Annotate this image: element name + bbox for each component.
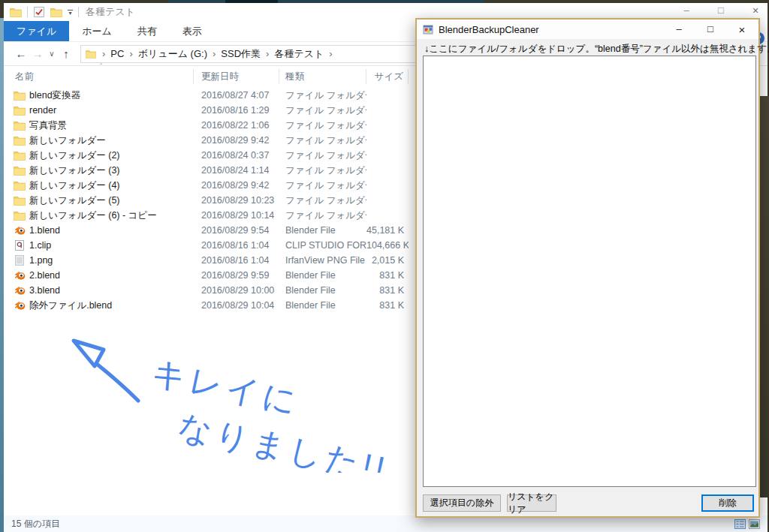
background-dark-window-edge — [760, 96, 769, 497]
file-row[interactable]: 新しいフォルダー (3)2016/08/24 1:14ファイル フォルダー — [4, 163, 414, 178]
exclude-selected-button[interactable]: 選択項目の除外 — [423, 494, 501, 512]
chevron-right-icon[interactable]: › — [327, 48, 334, 59]
file-row[interactable]: blend変換器2016/08/27 4:07ファイル フォルダー — [4, 88, 414, 103]
arrow-head — [74, 341, 104, 366]
file-row[interactable]: render2016/08/16 1:29ファイル フォルダー — [4, 103, 414, 118]
file-date: 2016/08/29 10:04 — [194, 300, 279, 311]
folder-icon — [14, 136, 26, 146]
folder-icon[interactable] — [10, 8, 22, 17]
chevron-right-icon: › — [100, 48, 107, 59]
file-row[interactable]: 1.clip2016/08/16 1:04CLIP STUDIO FOR...1… — [4, 238, 414, 253]
tab-2[interactable]: 共有 — [125, 21, 170, 41]
file-name: 1.png — [29, 255, 53, 266]
folder-icon — [14, 196, 26, 206]
file-type: ファイル フォルダー — [279, 194, 366, 207]
blender-icon — [14, 286, 26, 296]
file-row[interactable]: 新しいフォルダー (5)2016/08/29 10:23ファイル フォルダー — [4, 193, 414, 208]
file-type: ファイル フォルダー — [279, 89, 366, 102]
breadcrumb-item[interactable]: PC — [107, 48, 127, 59]
breadcrumb-item[interactable]: SSD作業 — [218, 47, 264, 61]
blender-icon — [14, 301, 26, 311]
file-size: 45,181 K — [366, 225, 409, 236]
file-row[interactable]: 除外ファイル.blend2016/08/29 10:04Blender File… — [4, 298, 414, 313]
maximize-icon[interactable]: □ — [715, 5, 727, 17]
toolbar-separator — [78, 7, 79, 17]
breadcrumb: PC›ボリューム (G:)›SSD作業›各種テスト› — [107, 47, 334, 61]
file-type: Blender File — [279, 225, 366, 236]
new-folder-icon[interactable] — [50, 8, 62, 17]
toolbar-separator — [27, 7, 28, 17]
properties-check-icon[interactable] — [33, 7, 45, 17]
maximize-icon[interactable]: □ — [704, 23, 716, 36]
tab-3[interactable]: 表示 — [170, 21, 215, 41]
thumbnail-view-icon[interactable] — [749, 519, 760, 529]
column-header-size[interactable]: サイズ — [366, 69, 409, 84]
folder-icon — [85, 50, 97, 59]
tab-0[interactable]: ファイル — [4, 21, 69, 41]
chevron-right-icon[interactable]: › — [210, 48, 218, 59]
column-header-type[interactable]: 種類 — [279, 69, 366, 84]
column-header-name[interactable]: 名前 — [14, 69, 194, 84]
breadcrumb-item[interactable]: ボリューム (G:) — [135, 47, 210, 61]
close-icon[interactable]: × — [736, 23, 748, 36]
file-size: 831 K — [366, 285, 409, 296]
drop-list-box[interactable] — [423, 56, 756, 487]
app-icon — [423, 24, 434, 35]
file-name: render — [29, 105, 56, 116]
file-type: ファイル フォルダー — [279, 134, 366, 147]
folder-icon — [14, 211, 26, 221]
file-name: 2.blend — [29, 270, 60, 281]
file-row[interactable]: 写真背景2016/08/22 1:06ファイル フォルダー — [4, 118, 414, 133]
dialog-title-bar[interactable]: BlenderBackupCleaner – □ × — [417, 20, 758, 39]
file-row[interactable]: 2.blend2016/08/29 9:59Blender File831 K — [4, 268, 414, 283]
customize-toolbar-dropdown-icon[interactable]: ▾ — [68, 10, 73, 15]
file-row[interactable]: 3.blend2016/08/29 10:00Blender File831 K — [4, 283, 414, 298]
file-type: ファイル フォルダー — [279, 119, 366, 132]
close-icon[interactable]: × — [749, 5, 761, 17]
folder-icon — [14, 166, 26, 176]
status-bar: 15 個の項目 — [4, 515, 767, 532]
back-icon[interactable]: ← — [13, 47, 29, 60]
minimize-icon[interactable]: – — [680, 5, 692, 17]
tab-1[interactable]: ホーム — [69, 21, 125, 41]
minimize-icon[interactable]: – — [673, 23, 685, 36]
file-type: ファイル フォルダー — [279, 104, 366, 117]
file-date: 2016/08/29 10:00 — [194, 285, 279, 296]
file-size: 831 K — [366, 300, 409, 311]
file-row[interactable]: 新しいフォルダー2016/08/29 9:42ファイル フォルダー — [4, 133, 414, 148]
file-name: 写真背景 — [29, 119, 67, 132]
file-date: 2016/08/29 9:59 — [194, 270, 279, 281]
clip-icon — [14, 240, 26, 251]
file-row[interactable]: 1.png2016/08/16 1:04IrfanView PNG File2,… — [4, 253, 414, 268]
file-list: blend変換器2016/08/27 4:07ファイル フォルダーrender2… — [4, 88, 414, 313]
history-dropdown-icon[interactable]: ∨ — [46, 50, 58, 58]
chevron-right-icon[interactable]: › — [127, 48, 134, 59]
file-row[interactable]: 新しいフォルダー (2)2016/08/24 0:37ファイル フォルダー — [4, 148, 414, 163]
folder-icon — [14, 121, 26, 131]
file-name: 3.blend — [29, 285, 60, 296]
file-name: 新しいフォルダー (5) — [29, 194, 120, 207]
file-row[interactable]: 新しいフォルダー (6) - コピー2016/08/29 10:14ファイル フ… — [4, 208, 414, 223]
forward-icon[interactable]: → — [29, 47, 46, 60]
file-date: 2016/08/16 1:04 — [194, 240, 279, 251]
breadcrumb-item[interactable]: 各種テスト — [271, 47, 327, 61]
dialog-window-controls: – □ × — [673, 23, 748, 36]
drop-hint-text: ↓ここにファイル/フォルダをドロップ。“blend番号”ファイル以外は無視されま… — [424, 43, 769, 56]
folder-icon — [14, 151, 26, 161]
chevron-right-icon[interactable]: › — [264, 48, 271, 59]
up-icon[interactable]: ↑ — [58, 47, 74, 60]
file-row[interactable]: 新しいフォルダー (4)2016/08/29 9:42ファイル フォルダー — [4, 178, 414, 193]
column-header-date[interactable]: 更新日時 — [194, 69, 279, 84]
delete-button[interactable]: 削除 — [701, 494, 754, 512]
file-name: 新しいフォルダー (6) - コピー — [29, 209, 157, 222]
file-date: 2016/08/24 1:14 — [194, 165, 279, 176]
details-view-icon[interactable] — [734, 519, 746, 529]
file-type: Blender File — [279, 285, 366, 296]
clear-list-button[interactable]: リストをクリア — [507, 494, 556, 512]
file-name: 新しいフォルダー (3) — [29, 164, 120, 177]
file-type: ファイル フォルダー — [279, 164, 366, 177]
folder-icon — [14, 106, 26, 116]
file-date: 2016/08/27 4:07 — [194, 90, 279, 101]
blender-backup-cleaner-window: BlenderBackupCleaner – □ × ↓ここにファイル/フォルダ… — [415, 18, 760, 518]
file-row[interactable]: 1.blend2016/08/29 9:54Blender File45,181… — [4, 223, 414, 238]
